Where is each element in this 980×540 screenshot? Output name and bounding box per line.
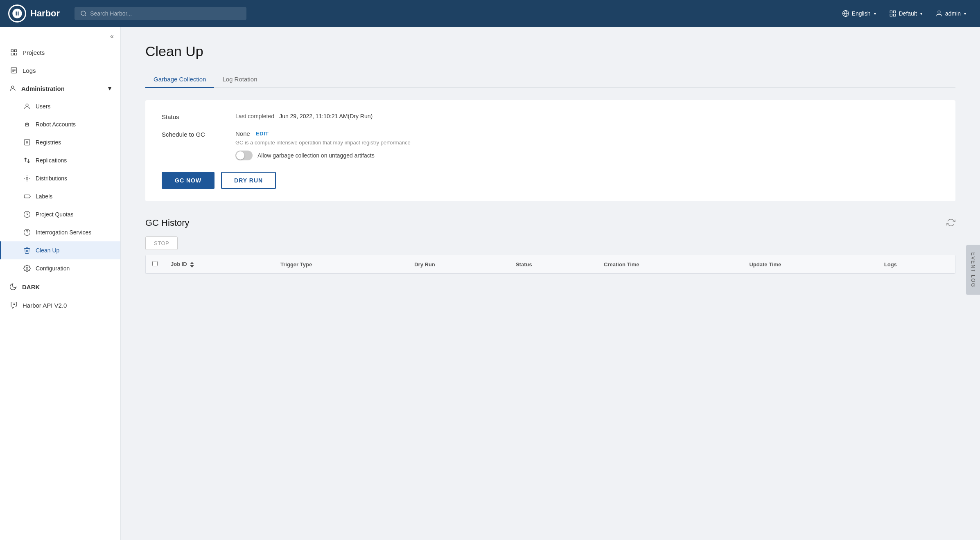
logs-icon xyxy=(10,67,18,74)
svg-rect-13 xyxy=(25,123,29,126)
refresh-button[interactable] xyxy=(946,218,955,228)
configuration-label: Configuration xyxy=(36,265,70,272)
last-completed-label: Last completed xyxy=(235,113,274,119)
labels-label: Labels xyxy=(36,193,52,200)
page-title: Clean Up xyxy=(145,43,955,59)
toggle-label: Allow garbage collection on untagged art… xyxy=(257,152,375,159)
nav-right: English ▾ Default ▾ admin ▾ xyxy=(836,7,972,20)
schedule-value-row: None EDIT xyxy=(235,130,411,137)
topnav: Harbor Search Harbor... English ▾ Defaul… xyxy=(0,0,980,27)
user-menu[interactable]: admin ▾ xyxy=(930,7,972,20)
svg-point-17 xyxy=(26,178,28,180)
search-bar[interactable]: Search Harbor... xyxy=(75,7,246,20)
distributions-label: Distributions xyxy=(36,175,67,182)
interrogation-icon xyxy=(23,229,31,236)
main-content: Clean Up Garbage Collection Log Rotation… xyxy=(121,27,980,540)
svg-rect-5 xyxy=(890,14,892,16)
search-icon xyxy=(80,10,87,17)
sidebar: « Projects Logs Administration ▾ Users R… xyxy=(0,27,121,540)
app-name: Harbor xyxy=(30,8,60,19)
tab-log-rotation[interactable]: Log Rotation xyxy=(214,72,265,88)
sidebar-item-robot-accounts[interactable]: Robot Accounts xyxy=(0,115,120,133)
th-update-time: Update Time xyxy=(743,255,877,274)
dark-mode-label: DARK xyxy=(22,284,40,290)
robot-accounts-label: Robot Accounts xyxy=(36,121,76,128)
th-job-id: Job ID xyxy=(164,255,274,274)
user-arrow: ▾ xyxy=(964,11,966,16)
tab-garbage-collection[interactable]: Garbage Collection xyxy=(145,72,214,88)
schedule-none: None xyxy=(235,130,250,137)
dashboard-selector[interactable]: Default ▾ xyxy=(883,7,928,20)
language-label: English xyxy=(852,10,871,17)
sidebar-item-registries[interactable]: Registries xyxy=(0,133,120,151)
replications-label: Replications xyxy=(36,157,67,164)
sidebar-item-dark-mode[interactable]: DARK xyxy=(0,277,120,296)
status-datetime: Jun 29, 2022, 11:10:21 AM(Dry Run) xyxy=(279,113,373,119)
svg-point-12 xyxy=(26,104,28,106)
registries-label: Registries xyxy=(36,139,61,146)
th-status: Status xyxy=(509,255,597,274)
select-all-checkbox[interactable] xyxy=(152,261,158,266)
sidebar-item-clean-up[interactable]: Clean Up xyxy=(0,241,120,259)
button-row: GC NOW DRY RUN xyxy=(162,172,939,189)
logo[interactable]: Harbor xyxy=(8,4,60,22)
sidebar-item-users[interactable]: Users xyxy=(0,97,120,115)
collapse-button[interactable]: « xyxy=(110,33,114,40)
svg-point-0 xyxy=(81,11,86,16)
svg-point-20 xyxy=(26,268,28,270)
clean-up-label: Clean Up xyxy=(36,247,59,254)
th-checkbox xyxy=(146,255,164,274)
gc-history-table: Job ID Trigger Type Dry Run S xyxy=(146,255,955,274)
status-label: Status xyxy=(162,112,235,120)
search-placeholder: Search Harbor... xyxy=(90,10,132,17)
labels-icon xyxy=(23,193,31,200)
schedule-value: None EDIT GC is a compute intensive oper… xyxy=(235,130,411,160)
gc-note: GC is a compute intensive operation that… xyxy=(235,140,411,146)
moon-icon xyxy=(9,283,17,291)
sidebar-item-projects[interactable]: Projects xyxy=(0,43,120,61)
api-icon xyxy=(10,302,18,309)
logs-label: Logs xyxy=(23,67,36,74)
admin-chevron: ▾ xyxy=(108,85,111,92)
gc-now-button[interactable]: GC NOW xyxy=(162,172,215,189)
globe-icon xyxy=(842,10,849,17)
sidebar-item-logs[interactable]: Logs xyxy=(0,61,120,79)
cleanup-icon xyxy=(23,247,31,254)
dry-run-button[interactable]: DRY RUN xyxy=(221,172,276,189)
language-arrow: ▾ xyxy=(874,11,876,16)
project-quotas-label: Project Quotas xyxy=(36,211,74,218)
projects-label: Projects xyxy=(23,49,45,56)
schedule-row: Schedule to GC None EDIT GC is a compute… xyxy=(162,130,939,160)
sidebar-item-replications[interactable]: Replications xyxy=(0,151,120,169)
logo-icon xyxy=(8,4,26,22)
status-value: Last completed Jun 29, 2022, 11:10:21 AM… xyxy=(235,112,373,119)
sidebar-item-labels[interactable]: Labels xyxy=(0,187,120,205)
svg-rect-4 xyxy=(893,14,895,16)
sidebar-sub-admin: Users Robot Accounts Registries Replicat… xyxy=(0,97,120,277)
sidebar-item-distributions[interactable]: Distributions xyxy=(0,169,120,187)
replications-icon xyxy=(23,157,31,164)
th-creation-time: Creation Time xyxy=(597,255,743,274)
event-log-label: EVENT LOG xyxy=(970,252,976,288)
language-selector[interactable]: English ▾ xyxy=(836,7,882,20)
history-title: GC History xyxy=(145,218,190,228)
sidebar-item-configuration[interactable]: Configuration xyxy=(0,259,120,277)
sidebar-item-project-quotas[interactable]: Project Quotas xyxy=(0,205,120,223)
edit-schedule-link[interactable]: EDIT xyxy=(256,130,269,137)
dashboard-icon xyxy=(889,10,896,17)
schedule-label: Schedule to GC xyxy=(162,130,235,138)
sort-icon[interactable] xyxy=(190,262,194,268)
sidebar-section-administration[interactable]: Administration ▾ xyxy=(0,79,120,97)
tabs: Garbage Collection Log Rotation xyxy=(145,72,955,88)
refresh-icon xyxy=(946,218,955,227)
sidebar-item-interrogation-services[interactable]: Interrogation Services xyxy=(0,223,120,241)
stop-button[interactable]: STOP xyxy=(145,236,178,250)
users-label: Users xyxy=(36,103,51,110)
user-label: admin xyxy=(945,10,961,17)
table-wrapper: Job ID Trigger Type Dry Run S xyxy=(145,255,955,274)
svg-marker-22 xyxy=(190,265,194,268)
sidebar-item-api[interactable]: Harbor API V2.0 xyxy=(0,296,120,314)
table-header: Job ID Trigger Type Dry Run S xyxy=(146,255,955,274)
untagged-toggle[interactable] xyxy=(235,151,253,160)
event-log-tab[interactable]: EVENT LOG xyxy=(966,245,980,295)
